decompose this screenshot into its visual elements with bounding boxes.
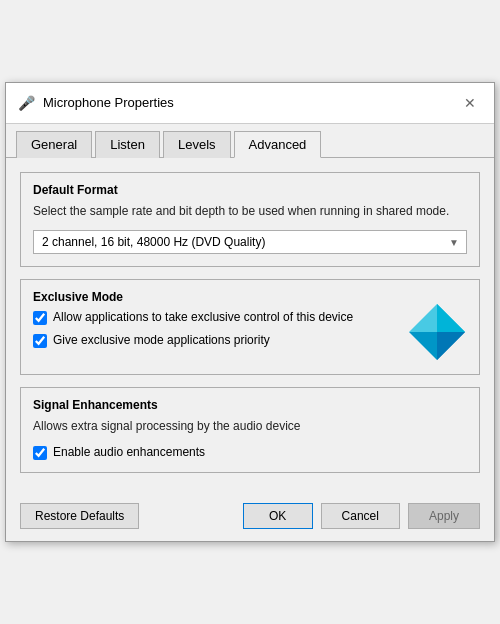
close-button[interactable]: ✕ [458,91,482,115]
tab-content: Default Format Select the sample rate an… [6,158,494,495]
tab-levels[interactable]: Levels [163,131,231,158]
sample-rate-dropdown[interactable]: 1 channel, 16 bit, 44100 Hz (CD Quality)… [33,230,467,254]
tab-listen[interactable]: Listen [95,131,160,158]
allow-exclusive-checkbox[interactable] [33,311,47,325]
sample-rate-dropdown-wrapper: 1 channel, 16 bit, 44100 Hz (CD Quality)… [33,230,467,254]
default-format-description: Select the sample rate and bit depth to … [33,203,467,220]
exclusive-mode-title: Exclusive Mode [33,290,467,304]
exclusive-mode-section: Exclusive Mode Allow applications to tak… [20,279,480,375]
enable-enhancements-checkbox[interactable] [33,446,47,460]
footer: Restore Defaults OK Cancel Apply [6,495,494,541]
ok-button[interactable]: OK [243,503,313,529]
exclusive-mode-inner: Allow applications to take exclusive con… [33,310,467,362]
apply-button[interactable]: Apply [408,503,480,529]
cancel-button[interactable]: Cancel [321,503,400,529]
give-priority-label: Give exclusive mode applications priorit… [53,333,270,349]
windows-logo-icon [407,302,467,362]
default-format-section: Default Format Select the sample rate an… [20,172,480,267]
action-buttons: OK Cancel Apply [243,503,480,529]
exclusive-priority-row: Give exclusive mode applications priorit… [33,333,397,349]
give-priority-checkbox[interactable] [33,334,47,348]
svg-marker-6 [409,332,437,360]
svg-marker-3 [437,332,465,360]
tab-advanced[interactable]: Advanced [234,131,322,158]
title-bar-left: 🎤 Microphone Properties [18,95,174,111]
svg-marker-4 [409,304,437,332]
tab-bar: General Listen Levels Advanced [6,124,494,158]
allow-exclusive-label: Allow applications to take exclusive con… [53,310,353,326]
exclusive-control-row: Allow applications to take exclusive con… [33,310,397,326]
window-icon: 🎤 [18,95,35,111]
svg-marker-5 [437,304,465,332]
restore-defaults-button[interactable]: Restore Defaults [20,503,139,529]
enable-enhancements-row: Enable audio enhancements [33,445,467,461]
signal-enhancements-description: Allows extra signal processing by the au… [33,418,467,435]
signal-enhancements-section: Signal Enhancements Allows extra signal … [20,387,480,473]
exclusive-checkboxes: Allow applications to take exclusive con… [33,310,397,349]
microphone-properties-window: 🎤 Microphone Properties ✕ General Listen… [5,82,495,542]
tab-general[interactable]: General [16,131,92,158]
enable-enhancements-label: Enable audio enhancements [53,445,205,461]
window-title: Microphone Properties [43,95,174,110]
default-format-title: Default Format [33,183,467,197]
signal-enhancements-title: Signal Enhancements [33,398,467,412]
title-bar: 🎤 Microphone Properties ✕ [6,83,494,124]
